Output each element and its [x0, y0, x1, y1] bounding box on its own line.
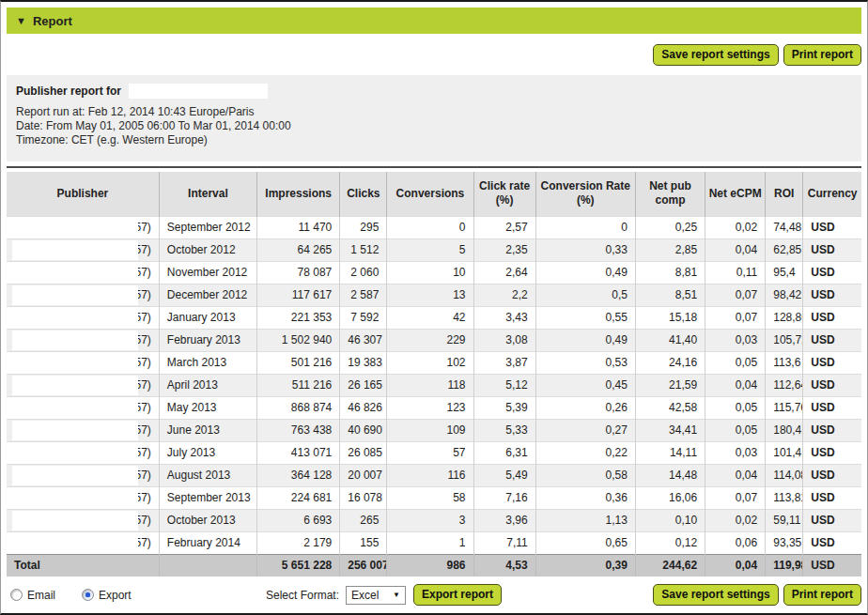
- cell-interval: February 2013: [159, 329, 256, 351]
- publisher-report-for-label: Publisher report for: [16, 85, 121, 98]
- cell-publisher: 57): [7, 238, 159, 261]
- cell-net-ecpm: 0,03: [705, 329, 766, 351]
- cell-roi: 93,35: [766, 531, 803, 554]
- save-report-settings-button-bottom[interactable]: Save report settings: [653, 584, 778, 606]
- table-row: 57)July 2013413 07126 085576,310,2214,11…: [7, 441, 861, 464]
- cell-currency: USD: [803, 396, 861, 419]
- total-impressions: 5 651 228: [257, 554, 340, 577]
- cell-click-rate: 5,33: [473, 419, 535, 441]
- cell-roi: 74,48: [766, 216, 803, 238]
- cell-publisher: 57): [7, 486, 159, 509]
- column-header-net-ecpm: Net eCPM: [705, 172, 766, 216]
- cell-interval: March 2013: [159, 351, 256, 374]
- cell-net-ecpm: 0,07: [705, 486, 766, 509]
- cell-currency: USD: [803, 464, 861, 486]
- email-radio-label: Email: [27, 589, 55, 602]
- cell-net-ecpm: 0,04: [705, 464, 766, 486]
- collapse-triangle-icon[interactable]: ▼: [16, 15, 26, 26]
- cell-net-ecpm: 0,11: [705, 261, 766, 284]
- export-radio-option[interactable]: Export: [82, 589, 132, 602]
- cell-currency: USD: [803, 261, 861, 284]
- cell-publisher: 57): [7, 261, 159, 284]
- total-roi: 119,98: [766, 554, 803, 577]
- cell-roi: 101,41: [766, 441, 803, 464]
- cell-click-rate: 3,08: [473, 329, 535, 351]
- table-row: 57)January 2013221 3537 592423,430,5515,…: [7, 306, 861, 329]
- cell-net-pub-comp: 14,11: [635, 441, 705, 464]
- cell-net-ecpm: 0,06: [705, 531, 766, 554]
- delivery-method-radios: Email Export: [7, 589, 266, 602]
- cell-impressions: 501 216: [257, 351, 340, 374]
- cell-conversion-rate: 0,55: [535, 306, 635, 329]
- cell-clicks: 2 060: [340, 261, 387, 284]
- cell-clicks: 40 690: [340, 419, 387, 441]
- cell-net-pub-comp: 24,16: [635, 351, 705, 374]
- cell-impressions: 364 128: [257, 464, 340, 486]
- cell-currency: USD: [803, 509, 861, 531]
- cell-interval: January 2013: [159, 306, 256, 329]
- report-titlebar[interactable]: ▼ Report: [7, 8, 861, 34]
- table-row: 57)October 20136 69326533,961,130,100,02…: [7, 509, 861, 531]
- column-header-currency: Currency: [803, 172, 861, 216]
- cell-net-ecpm: 0,03: [705, 441, 766, 464]
- cell-clicks: 26 165: [340, 374, 387, 396]
- cell-click-rate: 2,2: [473, 284, 535, 306]
- redaction-overlay: [12, 421, 138, 440]
- cell-currency: USD: [803, 306, 861, 329]
- cell-click-rate: 2,64: [473, 261, 535, 284]
- cell-interval: June 2013: [159, 419, 256, 441]
- table-row: 57)March 2013501 21619 3831023,870,5324,…: [7, 351, 861, 374]
- export-report-button[interactable]: Export report: [413, 584, 502, 606]
- cell-roi: 98,42: [766, 284, 803, 306]
- table-row: 57)November 201278 0872 060102,640,498,8…: [7, 261, 861, 284]
- cell-conversion-rate: 0,53: [535, 351, 635, 374]
- cell-publisher: 57): [7, 396, 159, 419]
- format-select[interactable]: Excel ▼: [346, 586, 406, 605]
- cell-net-pub-comp: 8,81: [635, 261, 705, 284]
- email-radio-option[interactable]: Email: [10, 589, 55, 602]
- column-header-impressions: Impressions: [257, 172, 340, 216]
- table-row: 57)February 20142 17915517,110,650,120,0…: [7, 531, 861, 554]
- table-row: 57)August 2013364 12820 0071165,490,5814…: [7, 464, 861, 486]
- cell-net-pub-comp: 34,41: [635, 419, 705, 441]
- export-radio[interactable]: [82, 589, 94, 601]
- cell-conversion-rate: 0,36: [535, 486, 635, 509]
- cell-clicks: 16 078: [340, 486, 387, 509]
- cell-conversions: 229: [387, 329, 473, 351]
- cell-roi: 113,81: [766, 486, 803, 509]
- cell-click-rate: 5,49: [473, 464, 535, 486]
- report-table-body: 57)September 201211 47029502,5700,250,02…: [7, 216, 861, 554]
- cell-publisher: 57): [7, 306, 159, 329]
- total-net-pub-comp: 244,62: [635, 554, 705, 577]
- print-report-button-top[interactable]: Print report: [783, 44, 861, 66]
- cell-interval: April 2013: [159, 374, 256, 396]
- cell-clicks: 1 512: [340, 238, 387, 261]
- redaction-overlay: [12, 308, 138, 328]
- redaction-overlay: [12, 353, 138, 373]
- cell-conversion-rate: 0,33: [535, 238, 635, 261]
- column-header-clicks: Clicks: [340, 172, 387, 216]
- report-page: ▼ Report Save report settings Print repo…: [0, 0, 868, 615]
- cell-click-rate: 2,35: [473, 238, 535, 261]
- cell-conversions: 1: [387, 531, 473, 554]
- cell-clicks: 2 587: [340, 284, 387, 306]
- print-report-button-bottom[interactable]: Print report: [783, 584, 861, 606]
- cell-net-ecpm: 0,05: [705, 419, 766, 441]
- cell-currency: USD: [803, 238, 861, 261]
- total-label: Total: [7, 554, 159, 577]
- publisher-name-redacted: [129, 84, 268, 99]
- cell-net-pub-comp: 41,40: [635, 329, 705, 351]
- cell-impressions: 868 874: [257, 396, 340, 419]
- cell-interval: July 2013: [159, 441, 256, 464]
- cell-interval: October 2012: [159, 238, 256, 261]
- cell-net-pub-comp: 16,06: [635, 486, 705, 509]
- footer-actions: Save report settings Print report: [653, 584, 861, 606]
- cell-roi: 112,64: [766, 374, 803, 396]
- email-radio[interactable]: [10, 589, 23, 601]
- save-report-settings-button-top[interactable]: Save report settings: [653, 44, 778, 66]
- cell-conversions: 123: [387, 396, 473, 419]
- cell-publisher: 57): [7, 374, 159, 396]
- cell-net-pub-comp: 15,18: [635, 306, 705, 329]
- cell-net-ecpm: 0,05: [705, 351, 766, 374]
- cell-impressions: 2 179: [257, 531, 340, 554]
